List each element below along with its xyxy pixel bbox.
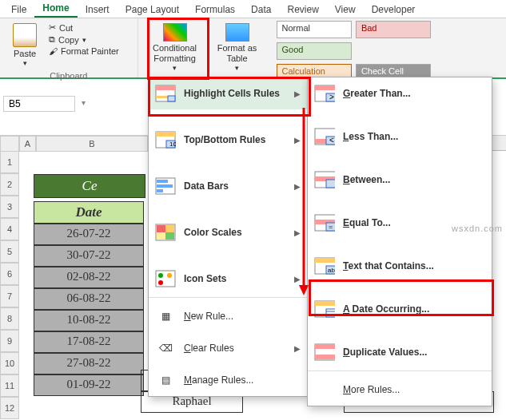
submenu-greater-than[interactable]: > Greater Than... [308, 77, 492, 109]
menu-icon-sets[interactable]: Icon Sets ▶ [149, 263, 307, 295]
manage-rules-icon: ▤ [155, 371, 176, 389]
svg-text:10: 10 [169, 141, 176, 148]
format-as-table-icon [225, 23, 249, 42]
svg-text:ab: ab [328, 267, 335, 274]
submenu-more-rules[interactable]: More Rules... [308, 374, 492, 406]
watermark: wsxdn.com [452, 224, 503, 233]
clear-rules-icon: ⌫ [155, 339, 176, 357]
copy-button[interactable]: ⧉Copy ▾ [46, 34, 122, 46]
svg-rect-9 [157, 180, 168, 183]
svg-rect-14 [165, 225, 174, 232]
svg-rect-10 [157, 184, 173, 188]
submenu-date-occurring[interactable]: A Date Occurring... [308, 293, 492, 325]
select-all-corner[interactable] [0, 136, 19, 152]
submenu-arrow-icon: ▶ [294, 344, 301, 353]
submenu-equal-to[interactable]: = Equal To... [308, 207, 492, 239]
row-12[interactable]: 12 [0, 397, 19, 419]
tab-pagelayout[interactable]: Page Layout [118, 2, 187, 18]
menu-manage-rules[interactable]: ▤ Manage Rules... [149, 364, 307, 396]
cell-date-2[interactable]: 02-08-22 [34, 267, 144, 288]
group-clipboard: Paste▾ ✂Cut ⧉Copy ▾ 🖌Format Painter Clip… [0, 18, 138, 77]
submenu-text-contains[interactable]: ab Text that Contains... [308, 250, 492, 282]
svg-rect-11 [157, 189, 163, 192]
svg-text:>: > [329, 93, 334, 101]
tab-formulas[interactable]: Formulas [187, 2, 243, 18]
group-cell-styles: Normal Bad Good Calculation Check Cell E… [274, 18, 506, 77]
conditional-formatting-icon [163, 23, 187, 42]
row-1[interactable]: 1 [0, 151, 19, 173]
name-box[interactable] [3, 96, 75, 112]
icon-sets-icon [155, 270, 176, 287]
svg-rect-37 [315, 258, 335, 263]
svg-rect-13 [157, 225, 165, 232]
menu-highlight-cells-rules[interactable]: Highlight Cells Rules ▶ [149, 77, 307, 109]
tab-file[interactable]: File [3, 2, 34, 18]
row-11[interactable]: 11 [0, 374, 19, 397]
brush-icon: 🖌 [49, 46, 58, 56]
ribbon-tabs: File Home Insert Page Layout Formulas Da… [0, 0, 506, 18]
menu-clear-rules[interactable]: ⌫ Clear Rules ▶ [149, 332, 307, 364]
tab-insert[interactable]: Insert [78, 2, 118, 18]
style-good[interactable]: Good [277, 42, 352, 60]
text-contains-icon: ab [314, 257, 335, 275]
svg-point-20 [158, 280, 163, 285]
submenu-less-than[interactable]: < Less Than... [308, 121, 492, 153]
row-10[interactable]: 10 [0, 352, 19, 374]
row-8[interactable]: 8 [0, 307, 19, 330]
svg-rect-31 [326, 180, 335, 188]
menu-new-rule[interactable]: ▦ New Rule... [149, 300, 307, 332]
tab-developer[interactable]: Developer [364, 2, 424, 18]
col-b[interactable]: B [36, 136, 148, 152]
svg-point-19 [167, 273, 172, 278]
tab-review[interactable]: Review [279, 2, 326, 18]
highlight-cells-submenu: > Greater Than... < Less Than... Between… [307, 77, 492, 406]
submenu-duplicate-values[interactable]: Duplicate Values... [308, 336, 492, 368]
row-headers: 1 2 3 4 5 6 7 8 9 10 11 12 [0, 151, 19, 419]
sheet-content: Ce Date 26-07-22 30-07-22 02-08-22 06-08… [34, 174, 145, 396]
data-bars-icon [155, 177, 176, 195]
row-4[interactable]: 4 [0, 218, 19, 240]
row-7[interactable]: 7 [0, 285, 19, 307]
row-6[interactable]: 6 [0, 263, 19, 285]
cell-date-6[interactable]: 27-08-22 [34, 353, 144, 374]
paste-button[interactable]: Paste▾ [6, 22, 43, 69]
svg-rect-41 [315, 301, 335, 306]
date-occurring-icon [314, 300, 335, 318]
svg-text:<: < [329, 136, 334, 145]
cell-date-3[interactable]: 06-08-22 [34, 288, 144, 310]
menu-color-scales[interactable]: Color Scales ▶ [149, 216, 307, 248]
row-9[interactable]: 9 [0, 330, 19, 352]
copy-icon: ⧉ [49, 34, 55, 45]
row-2[interactable]: 2 [0, 173, 19, 196]
tab-view[interactable]: View [327, 2, 364, 18]
conditional-formatting-button[interactable]: Conditional Formatting ▾ [145, 22, 205, 74]
cut-button[interactable]: ✂Cut [46, 22, 122, 34]
cell-date-1[interactable]: 30-07-22 [34, 245, 144, 267]
title-cell: Ce [34, 174, 145, 198]
submenu-arrow-icon: ▶ [294, 228, 301, 237]
format-as-table-button[interactable]: Format as Table ▾ [207, 22, 268, 74]
svg-text:=: = [329, 223, 333, 231]
tab-home[interactable]: Home [34, 0, 77, 18]
row-5[interactable]: 5 [0, 240, 19, 263]
menu-top-bottom-rules[interactable]: 10 Top/Bottom Rules ▶ [149, 124, 307, 156]
style-bad[interactable]: Bad [356, 21, 431, 38]
submenu-arrow-icon: ▶ [294, 136, 301, 145]
menu-data-bars[interactable]: Data Bars ▶ [149, 170, 307, 202]
new-rule-icon: ▦ [155, 307, 176, 325]
row-3[interactable]: 3 [0, 196, 19, 218]
conditional-formatting-menu: Highlight Cells Rules ▶ 10 Top/Bottom Ru… [148, 77, 308, 397]
submenu-arrow-icon: ▶ [294, 275, 301, 283]
tab-data[interactable]: Data [243, 2, 279, 18]
style-normal[interactable]: Normal [277, 21, 352, 38]
col-a[interactable]: A [19, 136, 36, 152]
format-painter-button[interactable]: 🖌Format Painter [46, 46, 122, 57]
header-date: Date [34, 201, 144, 224]
submenu-between[interactable]: Between... [308, 164, 492, 196]
cell-date-0[interactable]: 26-07-22 [34, 224, 144, 245]
cell-date-5[interactable]: 17-08-22 [34, 331, 144, 353]
duplicate-values-icon [314, 343, 335, 361]
svg-rect-46 [315, 355, 335, 359]
cell-date-4[interactable]: 10-08-22 [34, 310, 144, 331]
cell-date-7[interactable]: 01-09-22 [34, 374, 144, 396]
